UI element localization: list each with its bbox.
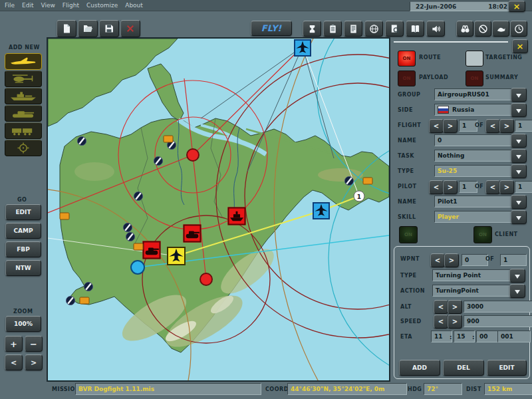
map-marker-air-yellow[interactable]	[167, 247, 186, 265]
payload-toggle[interactable]: ON	[398, 70, 416, 86]
map-marker-airfield[interactable]	[77, 136, 87, 146]
flight-next-button[interactable]: >	[443, 119, 458, 133]
menu-about[interactable]: About	[125, 2, 143, 9]
wp-action-dropdown[interactable]	[509, 284, 525, 298]
flight-total-next-button[interactable]: >	[499, 119, 514, 133]
pilot-name-field[interactable]: Pilot1	[434, 196, 514, 207]
map-view[interactable]: 1	[47, 37, 390, 382]
add-ship-button[interactable]	[5, 88, 42, 104]
zoom-reset-button[interactable]: 100%	[5, 316, 41, 332]
map-marker-airfield[interactable]	[66, 296, 76, 306]
skill-dropdown[interactable]	[511, 210, 527, 224]
map-marker-wpt-white[interactable]: 1	[354, 191, 365, 202]
waypoint-del-button[interactable]: DEL	[443, 360, 484, 376]
payload-editor-button[interactable]	[323, 21, 342, 37]
pilot-total-prev-button[interactable]: <	[485, 180, 500, 194]
save-mission-button[interactable]	[99, 20, 119, 37]
waypoint-edit-button[interactable]: EDIT	[487, 360, 527, 376]
zoom-out-button[interactable]: −	[25, 336, 43, 352]
waypoint-add-button[interactable]: ADD	[399, 360, 440, 376]
map-marker-airfield[interactable]	[154, 156, 164, 166]
pan-left-button[interactable]: <	[5, 354, 23, 370]
restrictions-button[interactable]	[474, 21, 491, 37]
map-marker-airfield[interactable]	[84, 282, 94, 292]
add-helicopter-button[interactable]	[5, 70, 42, 87]
map-marker-poi-orange[interactable]	[60, 213, 70, 220]
name-field[interactable]: 0	[434, 134, 514, 146]
fbp-mode-button[interactable]: FBP	[5, 241, 41, 257]
map-marker-airfield[interactable]	[344, 176, 354, 186]
panel-close-button[interactable]: ×	[512, 39, 528, 53]
map-marker-tank-red[interactable]	[143, 241, 161, 259]
route-toggle[interactable]: ON	[398, 51, 416, 66]
speed-field[interactable]: 900	[464, 315, 532, 327]
map-marker-dot-blue[interactable]	[130, 260, 145, 275]
summary-toggle[interactable]: ON	[466, 70, 483, 86]
menu-view[interactable]: View	[41, 2, 55, 9]
new-mission-button[interactable]	[57, 20, 76, 37]
add-airplane-button[interactable]	[5, 53, 42, 70]
pilot-name-dropdown[interactable]	[511, 195, 527, 209]
pilot-total-field[interactable]: 1	[515, 181, 532, 193]
pan-right-button[interactable]: >	[25, 354, 43, 370]
alt-down-button[interactable]: <	[434, 300, 448, 314]
map-marker-tank-red[interactable]	[184, 225, 201, 243]
alt-field[interactable]: 3000	[464, 301, 532, 313]
map-marker-air-blue[interactable]	[313, 202, 330, 219]
weather-button[interactable]	[492, 21, 509, 37]
name-dropdown[interactable]	[511, 134, 527, 148]
pilot-next-button[interactable]: >	[443, 180, 458, 194]
menu-edit[interactable]: Edit	[22, 2, 33, 9]
map-marker-airfield[interactable]	[126, 232, 136, 242]
pilot-total-next-button[interactable]: >	[499, 180, 514, 194]
add-vehicle-button[interactable]	[5, 105, 42, 122]
fly-button[interactable]: FLY!	[251, 21, 292, 36]
wpnt-total-field[interactable]: 1	[500, 254, 527, 266]
add-train-button[interactable]	[5, 122, 42, 139]
menu-file[interactable]: File	[5, 2, 15, 9]
wpnt-next-button[interactable]: >	[444, 253, 459, 267]
add-target-button[interactable]	[5, 140, 42, 156]
flight-prev-button[interactable]: <	[429, 119, 444, 133]
map-marker-dot-red[interactable]	[186, 148, 200, 162]
map-marker-poi-orange[interactable]	[80, 297, 90, 305]
wp-type-field[interactable]: Turning Point	[432, 269, 512, 281]
eta-seconds-field[interactable]: 00	[476, 331, 499, 342]
hidden-toggle[interactable]: ON	[399, 226, 418, 243]
group-dropdown[interactable]	[511, 88, 527, 102]
wp-type-dropdown[interactable]	[509, 269, 525, 283]
map-marker-airfield[interactable]	[134, 192, 144, 201]
targeting-toggle[interactable]: ON	[466, 51, 483, 66]
wpnt-prev-button[interactable]: <	[430, 253, 445, 267]
menu-customize[interactable]: Customize	[86, 2, 118, 9]
camp-mode-button[interactable]: CAMP	[5, 223, 41, 239]
close-mission-button[interactable]	[120, 20, 140, 37]
sound-button[interactable]	[426, 21, 445, 37]
world-options-button[interactable]	[364, 21, 383, 37]
side-field[interactable]: Russia	[434, 104, 514, 116]
client-toggle[interactable]: ON	[473, 226, 492, 243]
group-field[interactable]: AirgroupRUS01	[434, 88, 514, 100]
open-mission-button[interactable]	[78, 20, 98, 37]
map-marker-dot-red[interactable]	[200, 273, 213, 286]
encyclopedia-button[interactable]	[406, 21, 424, 37]
eta-day-field[interactable]: 001	[497, 331, 531, 342]
menu-flight[interactable]: Flight	[63, 2, 79, 9]
task-field[interactable]: Nothing	[434, 150, 514, 162]
map-marker-poi-orange[interactable]	[164, 136, 174, 143]
pilot-prev-button[interactable]: <	[429, 180, 444, 194]
map-marker-ship-red[interactable]	[228, 207, 246, 225]
wp-action-field[interactable]: TurningPoint	[432, 285, 512, 297]
time-accel-button[interactable]	[303, 21, 321, 37]
type-field[interactable]: Su-25	[434, 165, 514, 177]
map-marker-air-blue[interactable]	[294, 39, 311, 57]
flight-total-prev-button[interactable]: <	[485, 119, 500, 133]
zoom-in-button[interactable]: +	[5, 336, 23, 352]
edit-mode-button[interactable]: EDIT	[5, 204, 41, 220]
records-button[interactable]	[385, 21, 404, 37]
map-marker-poi-orange[interactable]	[134, 243, 144, 251]
window-close-button[interactable]: ×	[508, 1, 525, 12]
skill-field[interactable]: Player	[434, 211, 514, 223]
map-marker-poi-orange[interactable]	[363, 178, 373, 185]
speed-down-button[interactable]: <	[434, 315, 448, 329]
